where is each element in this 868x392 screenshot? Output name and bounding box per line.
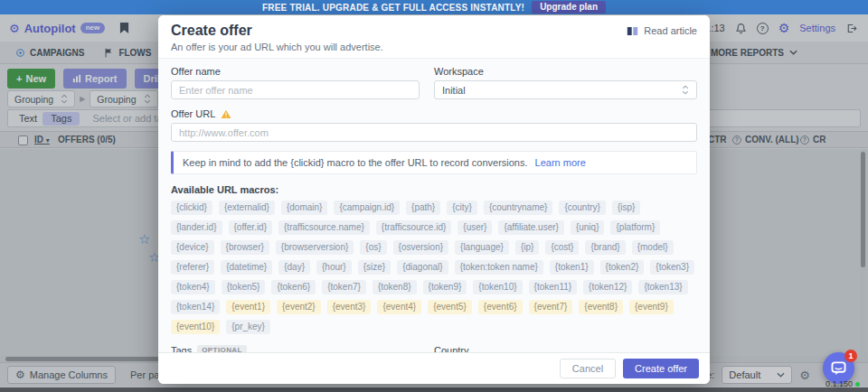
macro-chip[interactable]: {offer.id} [229, 220, 273, 235]
macro-chip[interactable]: {token9} [423, 280, 467, 294]
clickid-note-text: Keep in mind to add the {clickid} macro … [183, 157, 528, 168]
macro-chip[interactable]: {event7} [529, 300, 573, 314]
screen: FREE TRIAL. UPGRADE & GET FULL ACCESS IN… [0, 0, 868, 392]
macro-chip[interactable]: {event1} [226, 300, 270, 314]
macro-chip[interactable]: {event4} [377, 300, 421, 314]
warning-icon [221, 109, 231, 119]
macro-chip[interactable]: {event6} [478, 300, 523, 314]
macro-chip[interactable]: {trafficsource.id} [376, 220, 452, 235]
macro-chip[interactable]: {affiliate.user} [498, 220, 563, 235]
macro-chip[interactable]: {brand} [585, 240, 625, 255]
macro-chip[interactable]: {diagonal} [397, 260, 448, 275]
macro-chip[interactable]: {token13} [638, 280, 687, 294]
modal-body: Offer name Workspace Initial Offer URL [158, 58, 710, 352]
macro-chip[interactable]: {user} [458, 220, 492, 235]
macro-chip[interactable]: {lander.id} [171, 220, 222, 235]
macro-chip[interactable]: {event9} [629, 300, 674, 314]
learn-more-link[interactable]: Learn more [535, 157, 586, 168]
macro-chip[interactable]: {clickid} [171, 201, 212, 215]
macro-chip[interactable]: {pr_key} [226, 320, 270, 334]
upgrade-banner: FREE TRIAL. UPGRADE & GET FULL ACCESS IN… [0, 0, 868, 14]
macro-chip[interactable]: {country} [559, 201, 605, 215]
version-label: 0.1.150 [826, 379, 860, 388]
macro-chip[interactable]: {cost} [545, 240, 579, 255]
workspace-select-value: Initial [442, 85, 466, 96]
macro-chip[interactable]: {size} [358, 260, 391, 275]
status-dot-icon [855, 382, 860, 387]
read-article-link[interactable]: Read article [627, 25, 697, 36]
macro-chip[interactable]: {token11} [529, 280, 578, 294]
cancel-button[interactable]: Cancel [560, 359, 616, 378]
modal-footer: Cancel Create offer [158, 352, 710, 384]
offer-url-input[interactable] [171, 123, 697, 142]
macro-chip[interactable]: {token7} [322, 280, 366, 294]
macro-chip[interactable]: {hour} [316, 260, 352, 275]
offer-name-label: Offer name [171, 66, 420, 77]
macro-chip[interactable]: {token6} [271, 280, 316, 294]
macro-chip[interactable]: {token10} [473, 280, 522, 294]
modal-title: Create offer [171, 23, 697, 39]
macro-chip[interactable]: {uniq} [571, 220, 605, 235]
macro-chip[interactable]: {isp} [612, 201, 640, 215]
macro-chip[interactable]: {event8} [579, 300, 623, 314]
macro-chip[interactable]: {event2} [277, 300, 321, 314]
macro-chip[interactable]: {externalid} [219, 201, 275, 215]
macro-chip[interactable]: {countryname} [484, 201, 553, 215]
modal-header: Create offer An offer is your ad URL whi… [158, 15, 710, 58]
macro-chip[interactable]: {trafficsource.name} [278, 220, 370, 235]
offer-name-input[interactable] [171, 80, 420, 99]
macro-chip[interactable]: {browser} [221, 240, 269, 255]
optional-badge: OPTIONAL [197, 345, 247, 352]
create-offer-modal: Create offer An offer is your ad URL whi… [158, 15, 710, 384]
macro-chip[interactable]: {token5} [222, 280, 266, 294]
macro-chip[interactable]: {day} [278, 260, 310, 275]
modal-subtitle: An offer is your ad URL which you will a… [171, 42, 697, 52]
macro-chip[interactable]: {token:token name} [455, 260, 543, 275]
macro-chip[interactable]: {token12} [583, 280, 632, 294]
clickid-note: Keep in mind to add the {clickid} macro … [171, 151, 697, 174]
macro-chip[interactable]: {token1} [550, 260, 594, 275]
macro-chip[interactable]: {token2} [600, 260, 645, 275]
workspace-select[interactable]: Initial [434, 80, 697, 99]
macro-chip[interactable]: {language} [455, 240, 509, 255]
create-offer-button[interactable]: Create offer [623, 359, 699, 378]
macro-chip[interactable]: {ip} [515, 240, 539, 255]
upgrade-plan-button[interactable]: Upgrade plan [532, 1, 606, 14]
offer-url-label: Offer URL [171, 108, 697, 119]
macro-chip[interactable]: {browserversion} [276, 240, 354, 255]
macro-chip[interactable]: {osversion} [393, 240, 448, 255]
macro-chips: {clickid}{externalid}{domain}{campaign.i… [171, 201, 697, 334]
macros-label: Available URL macros: [171, 184, 697, 195]
stepper-icon [682, 85, 689, 95]
macro-chip[interactable]: {event5} [428, 300, 472, 314]
read-article-label: Read article [644, 25, 697, 36]
book-icon [627, 26, 638, 36]
macro-chip[interactable]: {referer} [171, 260, 214, 275]
macro-chip[interactable]: {event3} [327, 300, 372, 314]
workspace-label: Workspace [434, 66, 697, 77]
macro-chip[interactable]: {campaign.id} [334, 201, 400, 215]
macro-chip[interactable]: {city} [447, 201, 477, 215]
chat-unread-badge: 1 [844, 350, 857, 362]
macro-chip[interactable]: {model} [632, 240, 674, 255]
macro-chip[interactable]: {path} [406, 201, 440, 215]
macro-chip[interactable]: {token14} [171, 300, 220, 314]
macro-chip[interactable]: {token4} [171, 280, 215, 294]
macro-chip[interactable]: {domain} [281, 201, 327, 215]
chat-bubble-icon [831, 361, 846, 376]
macro-chip[interactable]: {datetime} [221, 260, 272, 275]
tags-label: Tags OPTIONAL [171, 345, 420, 352]
macro-chip[interactable]: {token8} [373, 280, 417, 294]
macro-chip[interactable]: {token3} [650, 260, 694, 275]
country-label: Country [434, 345, 697, 352]
macro-chip[interactable]: {platform} [610, 220, 660, 235]
macro-chip[interactable]: {os} [360, 240, 386, 255]
banner-text: FREE TRIAL. UPGRADE & GET FULL ACCESS IN… [262, 3, 524, 13]
macro-chip[interactable]: {device} [171, 240, 214, 255]
macro-chip[interactable]: {event10} [171, 320, 220, 334]
